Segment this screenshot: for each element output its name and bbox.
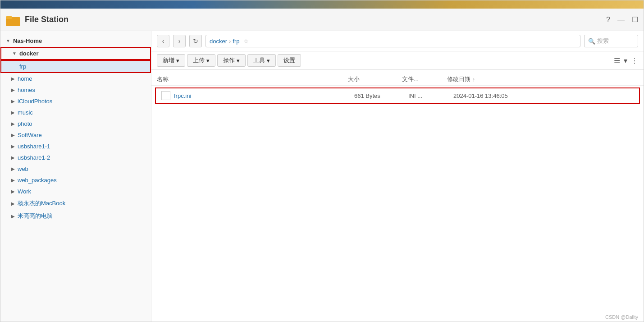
column-sort-icon[interactable]: ↑ [472,76,475,83]
search-placeholder: 搜索 [597,37,609,45]
sidebar-item-photo-label: photo [18,120,32,127]
action-button[interactable]: 操作 ▾ [217,54,246,67]
content-area: ‹ › ↻ docker › frp ☆ 🔍 搜索 新增 ▾ [151,31,644,322]
sidebar-item-music-label: music [18,109,33,116]
search-box[interactable]: 🔍 搜索 [584,35,638,47]
main-layout: ▼ Nas-Home ▼ docker frp ▶ home ▶ homes [0,31,644,322]
usb2-arrow-icon: ▶ [11,155,15,160]
docker-arrow-icon: ▼ [12,51,17,56]
upload-dropdown-icon: ▾ [206,57,210,64]
tools-label: 工具 [253,56,265,64]
breadcrumb-star-icon[interactable]: ☆ [243,38,249,45]
sidebar-item-miliangliang-label: 米亮亮的电脑 [18,212,53,220]
table-row[interactable]: frpc.ini 661 Bytes INI ... 2024-01-16 13… [155,87,640,104]
maximize-button[interactable]: ☐ [632,15,638,24]
app-window: File Station ? — ☐ ▼ Nas-Home ▼ docker f… [0,0,644,322]
root-arrow-icon: ▼ [6,38,10,43]
column-size: 大小 [348,75,402,83]
upload-label: 上传 [193,56,205,64]
list-view-icon[interactable]: ☰ [614,56,620,65]
sidebar-item-home-label: home [18,75,32,82]
sidebar-item-software[interactable]: ▶ SoftWare [0,129,151,141]
sidebar-item-docker[interactable]: ▼ docker [0,47,151,60]
breadcrumb-docker[interactable]: docker [210,38,227,45]
upload-button[interactable]: 上传 ▾ [187,54,215,67]
usb1-arrow-icon: ▶ [11,144,15,149]
sidebar-item-web-packages-label: web_packages [18,177,57,184]
app-title: File Station [25,15,606,24]
title-controls: ? — ☐ [606,15,638,24]
sidebar-item-icloudphotos-label: iCloudPhotos [18,98,52,105]
home-arrow-icon: ▶ [11,76,15,81]
sidebar-root-nas-home[interactable]: ▼ Nas-Home [0,35,151,47]
view-toggle-icon[interactable]: ▾ [624,56,627,65]
watermark: CSDN @Dailty [151,313,644,322]
web-arrow-icon: ▶ [11,166,15,171]
sidebar-item-homes[interactable]: ▶ homes [0,84,151,96]
forward-button[interactable]: › [173,35,186,47]
sidebar-item-work[interactable]: ▶ Work [0,186,151,197]
homes-arrow-icon: ▶ [11,87,15,92]
sidebar-item-frp-label: frp [19,63,26,70]
column-date-label: 修改日期 [447,75,470,83]
file-name: frpc.ini [174,92,354,99]
breadcrumb-frp[interactable]: frp [233,38,239,45]
sidebar-item-web-label: web [18,166,28,172]
column-name: 名称 [157,75,348,83]
sidebar: ▼ Nas-Home ▼ docker frp ▶ home ▶ homes [0,31,151,322]
work-arrow-icon: ▶ [11,189,15,194]
column-date: 修改日期 ↑ [447,75,638,83]
file-list: 名称 大小 文件... 修改日期 ↑ frpc.ini 661 Bytes IN… [151,70,644,313]
settings-label: 设置 [283,56,295,64]
icloud-arrow-icon: ▶ [11,99,15,104]
sidebar-item-docker-label: docker [19,50,39,57]
search-icon: 🔍 [588,38,595,45]
action-label: 操作 [223,56,235,64]
tools-dropdown-icon: ▾ [267,57,270,64]
sidebar-root-label: Nas-Home [13,37,42,44]
minimize-button[interactable]: — [617,16,625,24]
sidebar-item-miliangliang[interactable]: ▶ 米亮亮的电脑 [0,210,151,222]
more-options-icon[interactable]: ⋮ [631,56,638,65]
add-button[interactable]: 新增 ▾ [157,54,185,67]
add-label: 新增 [163,56,174,64]
sidebar-item-usbshare1-1[interactable]: ▶ usbshare1-1 [0,141,151,152]
sidebar-item-homes-label: homes [18,87,35,93]
toolbar-bottom: 新增 ▾ 上传 ▾ 操作 ▾ 工具 ▾ 设置 [151,51,644,70]
sidebar-item-yangyongjie[interactable]: ▶ 杨永杰的MacBook [0,197,151,210]
action-dropdown-icon: ▾ [237,57,240,64]
sidebar-item-usbshare1-2-label: usbshare1-2 [18,154,50,161]
settings-button[interactable]: 设置 [278,54,301,67]
breadcrumb-bar: docker › frp ☆ [206,35,580,47]
sidebar-item-web-packages[interactable]: ▶ web_packages [0,175,151,186]
software-arrow-icon: ▶ [11,133,15,138]
mll-arrow-icon: ▶ [11,214,15,219]
breadcrumb-separator: › [229,38,231,45]
sidebar-item-usbshare1-1-label: usbshare1-1 [18,143,50,150]
music-arrow-icon: ▶ [11,110,15,115]
sidebar-item-frp[interactable]: frp [0,60,151,73]
webpkg-arrow-icon: ▶ [11,178,15,183]
sidebar-item-usbshare1-2[interactable]: ▶ usbshare1-2 [0,152,151,163]
file-list-header: 名称 大小 文件... 修改日期 ↑ [151,74,644,86]
add-dropdown-icon: ▾ [176,57,179,64]
sidebar-item-work-label: Work [18,188,31,195]
file-size: 661 Bytes [354,92,408,99]
file-date: 2024-01-16 13:46:05 [453,92,634,99]
sidebar-item-yangyongjie-label: 杨永杰的MacBook [18,199,65,207]
sidebar-item-web[interactable]: ▶ web [0,163,151,175]
sidebar-item-home[interactable]: ▶ home [0,73,151,84]
sidebar-item-music[interactable]: ▶ music [0,107,151,118]
tools-button[interactable]: 工具 ▾ [247,54,276,67]
help-button[interactable]: ? [606,16,610,24]
sidebar-item-icloudphotos[interactable]: ▶ iCloudPhotos [0,96,151,107]
yyj-arrow-icon: ▶ [11,201,15,206]
sidebar-item-photo[interactable]: ▶ photo [0,118,151,129]
top-banner [0,0,644,9]
refresh-button[interactable]: ↻ [189,35,202,47]
file-type: INI ... [408,92,453,99]
toolbar-top: ‹ › ↻ docker › frp ☆ 🔍 搜索 [151,31,644,51]
column-type: 文件... [402,75,447,83]
back-button[interactable]: ‹ [157,35,169,47]
svg-rect-1 [6,16,12,19]
